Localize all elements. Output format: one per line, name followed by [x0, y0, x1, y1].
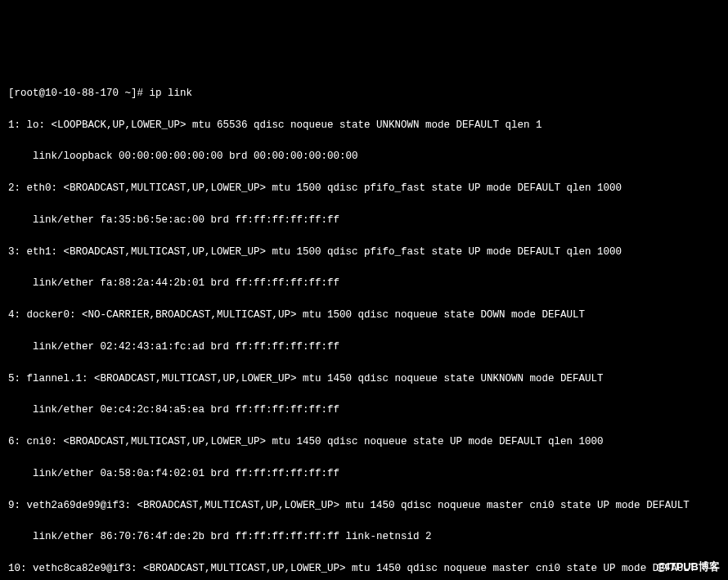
output-line: 5: flannel.1: <BROADCAST,MULTICAST,UP,LO…: [8, 371, 720, 387]
output-line: 4: docker0: <NO-CARRIER,BROADCAST,MULTIC…: [8, 308, 720, 323]
output-line: link/ether fa:88:2a:44:2b:01 brd ff:ff:f…: [8, 276, 720, 291]
output-line: 10: vethc8ca82e9@if3: <BROADCAST,MULTICA…: [8, 561, 720, 577]
output-line: 1: lo: <LOOPBACK,UP,LOWER_UP> mtu 65536 …: [8, 118, 720, 133]
prompt-line[interactable]: [root@10-10-88-170 ~]# ip link: [8, 86, 720, 101]
output-line: 9: veth2a69de99@if3: <BROADCAST,MULTICAS…: [8, 498, 720, 514]
output-line: link/ether fa:35:b6:5e:ac:00 brd ff:ff:f…: [8, 213, 720, 228]
watermark-label: @ITPUB博客: [656, 559, 720, 575]
output-line: 6: cni0: <BROADCAST,MULTICAST,UP,LOWER_U…: [8, 434, 720, 450]
output-line: link/ether 0e:c4:2c:84:a5:ea brd ff:ff:f…: [8, 402, 720, 418]
output-line: link/ether 02:42:43:a1:fc:ad brd ff:ff:f…: [8, 339, 720, 355]
output-line: 2: eth0: <BROADCAST,MULTICAST,UP,LOWER_U…: [8, 181, 720, 196]
output-line: link/ether 86:70:76:4f:de:2b brd ff:ff:f…: [8, 529, 720, 545]
output-line: 3: eth1: <BROADCAST,MULTICAST,UP,LOWER_U…: [8, 245, 720, 260]
command-text: ip link: [150, 88, 193, 99]
terminal-output[interactable]: [root@10-10-88-170 ~]# ip link 1: lo: <L…: [8, 70, 720, 581]
output-line: link/ether 0a:58:0a:f4:02:01 brd ff:ff:f…: [8, 466, 720, 482]
shell-prompt: [root@10-10-88-170 ~]#: [8, 88, 150, 99]
output-line: link/loopback 00:00:00:00:00:00 brd 00:0…: [8, 149, 720, 164]
